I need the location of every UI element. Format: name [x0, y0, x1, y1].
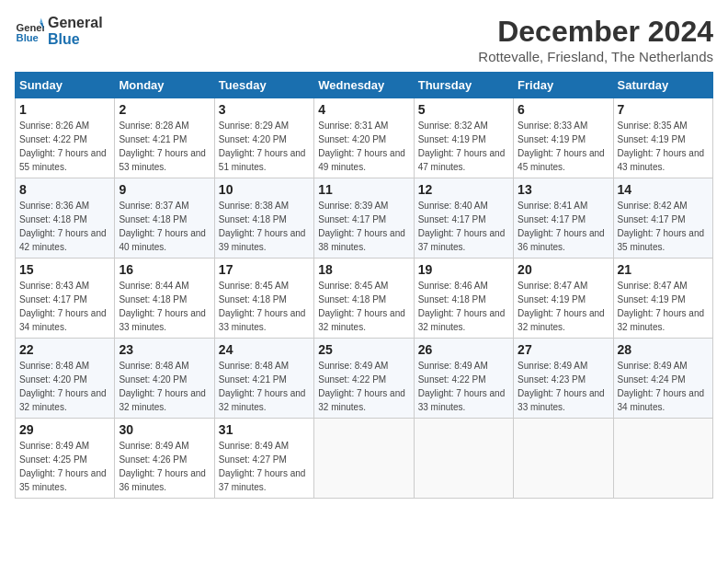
calendar-cell: 21 Sunrise: 8:47 AMSunset: 4:19 PMDaylig…	[613, 259, 712, 339]
day-number: 21	[618, 262, 709, 277]
day-number: 15	[19, 262, 110, 277]
day-info: Sunrise: 8:36 AMSunset: 4:18 PMDaylight:…	[19, 201, 107, 252]
day-number: 30	[119, 422, 210, 437]
day-number: 13	[518, 182, 609, 197]
day-number: 19	[418, 262, 509, 277]
day-number: 24	[219, 342, 310, 357]
calendar-week-row: 1 Sunrise: 8:26 AMSunset: 4:22 PMDayligh…	[16, 98, 713, 178]
col-saturday: Saturday	[613, 73, 712, 98]
day-info: Sunrise: 8:47 AMSunset: 4:19 PMDaylight:…	[518, 281, 605, 332]
calendar-cell: 8 Sunrise: 8:36 AMSunset: 4:18 PMDayligh…	[16, 178, 115, 259]
day-info: Sunrise: 8:44 AMSunset: 4:18 PMDaylight:…	[119, 281, 206, 332]
calendar-week-row: 29 Sunrise: 8:49 AMSunset: 4:25 PMDaylig…	[16, 419, 713, 499]
day-number: 6	[518, 102, 609, 117]
day-info: Sunrise: 8:45 AMSunset: 4:18 PMDaylight:…	[318, 281, 405, 332]
day-info: Sunrise: 8:49 AMSunset: 4:26 PMDaylight:…	[119, 441, 206, 492]
day-info: Sunrise: 8:49 AMSunset: 4:25 PMDaylight:…	[19, 441, 107, 492]
day-info: Sunrise: 8:39 AMSunset: 4:17 PMDaylight:…	[318, 201, 405, 252]
col-monday: Monday	[115, 73, 214, 98]
day-number: 5	[418, 102, 509, 117]
col-sunday: Sunday	[16, 73, 115, 98]
header-row: Sunday Monday Tuesday Wednesday Thursday…	[16, 73, 713, 98]
day-number: 18	[318, 262, 409, 277]
calendar-cell: 19 Sunrise: 8:46 AMSunset: 4:18 PMDaylig…	[414, 259, 513, 339]
calendar-cell: 29 Sunrise: 8:49 AMSunset: 4:25 PMDaylig…	[16, 419, 115, 499]
calendar-cell	[514, 419, 613, 499]
day-info: Sunrise: 8:48 AMSunset: 4:20 PMDaylight:…	[119, 361, 206, 412]
day-number: 23	[119, 342, 210, 357]
col-wednesday: Wednesday	[314, 73, 414, 98]
day-number: 28	[618, 342, 709, 357]
day-number: 8	[19, 182, 110, 197]
day-info: Sunrise: 8:43 AMSunset: 4:17 PMDaylight:…	[19, 281, 107, 332]
calendar-cell: 2 Sunrise: 8:28 AMSunset: 4:21 PMDayligh…	[115, 98, 214, 178]
calendar-cell: 20 Sunrise: 8:47 AMSunset: 4:19 PMDaylig…	[514, 259, 613, 339]
day-number: 16	[119, 262, 210, 277]
day-number: 3	[219, 102, 310, 117]
day-info: Sunrise: 8:28 AMSunset: 4:21 PMDaylight:…	[119, 121, 206, 172]
day-number: 10	[219, 182, 310, 197]
day-info: Sunrise: 8:49 AMSunset: 4:22 PMDaylight:…	[318, 361, 405, 412]
day-number: 17	[219, 262, 310, 277]
calendar-cell: 12 Sunrise: 8:40 AMSunset: 4:17 PMDaylig…	[414, 178, 513, 259]
day-info: Sunrise: 8:32 AMSunset: 4:19 PMDaylight:…	[418, 121, 506, 172]
calendar-cell: 4 Sunrise: 8:31 AMSunset: 4:20 PMDayligh…	[314, 98, 414, 178]
day-info: Sunrise: 8:48 AMSunset: 4:20 PMDaylight:…	[19, 361, 107, 412]
day-number: 14	[618, 182, 709, 197]
day-info: Sunrise: 8:31 AMSunset: 4:20 PMDaylight:…	[318, 121, 405, 172]
calendar-cell: 17 Sunrise: 8:45 AMSunset: 4:18 PMDaylig…	[214, 259, 313, 339]
location: Rottevalle, Friesland, The Netherlands	[478, 49, 713, 64]
day-info: Sunrise: 8:45 AMSunset: 4:18 PMDaylight:…	[219, 281, 306, 332]
day-info: Sunrise: 8:46 AMSunset: 4:18 PMDaylight:…	[418, 281, 506, 332]
day-info: Sunrise: 8:26 AMSunset: 4:22 PMDaylight:…	[19, 121, 107, 172]
calendar-cell: 1 Sunrise: 8:26 AMSunset: 4:22 PMDayligh…	[16, 98, 115, 178]
calendar-cell: 5 Sunrise: 8:32 AMSunset: 4:19 PMDayligh…	[414, 98, 513, 178]
calendar-cell: 14 Sunrise: 8:42 AMSunset: 4:17 PMDaylig…	[613, 178, 712, 259]
day-info: Sunrise: 8:41 AMSunset: 4:17 PMDaylight:…	[518, 201, 605, 252]
day-info: Sunrise: 8:33 AMSunset: 4:19 PMDaylight:…	[518, 121, 605, 172]
calendar-cell: 27 Sunrise: 8:49 AMSunset: 4:23 PMDaylig…	[514, 339, 613, 419]
calendar-cell: 30 Sunrise: 8:49 AMSunset: 4:26 PMDaylig…	[115, 419, 214, 499]
calendar-cell: 25 Sunrise: 8:49 AMSunset: 4:22 PMDaylig…	[314, 339, 414, 419]
logo-icon: General Blue	[15, 17, 44, 46]
title-block: December 2024 Rottevalle, Friesland, The…	[478, 15, 713, 64]
calendar-cell: 31 Sunrise: 8:49 AMSunset: 4:27 PMDaylig…	[214, 419, 313, 499]
calendar-cell: 22 Sunrise: 8:48 AMSunset: 4:20 PMDaylig…	[16, 339, 115, 419]
day-info: Sunrise: 8:35 AMSunset: 4:19 PMDaylight:…	[618, 121, 705, 172]
calendar-cell	[613, 419, 712, 499]
logo: General Blue General Blue	[15, 15, 103, 47]
day-number: 7	[618, 102, 709, 117]
day-number: 26	[418, 342, 509, 357]
calendar-cell: 11 Sunrise: 8:39 AMSunset: 4:17 PMDaylig…	[314, 178, 414, 259]
day-number: 4	[318, 102, 409, 117]
calendar-week-row: 15 Sunrise: 8:43 AMSunset: 4:17 PMDaylig…	[16, 259, 713, 339]
day-number: 31	[219, 422, 310, 437]
calendar-week-row: 22 Sunrise: 8:48 AMSunset: 4:20 PMDaylig…	[16, 339, 713, 419]
calendar-cell: 28 Sunrise: 8:49 AMSunset: 4:24 PMDaylig…	[613, 339, 712, 419]
calendar-header: Sunday Monday Tuesday Wednesday Thursday…	[16, 73, 713, 98]
calendar-cell: 16 Sunrise: 8:44 AMSunset: 4:18 PMDaylig…	[115, 259, 214, 339]
calendar-week-row: 8 Sunrise: 8:36 AMSunset: 4:18 PMDayligh…	[16, 178, 713, 259]
day-number: 29	[19, 422, 110, 437]
logo-text-blue: Blue	[48, 31, 103, 48]
day-number: 12	[418, 182, 509, 197]
calendar-table: Sunday Monday Tuesday Wednesday Thursday…	[15, 72, 713, 499]
day-number: 1	[19, 102, 110, 117]
calendar-cell	[314, 419, 414, 499]
svg-text:Blue: Blue	[17, 32, 39, 43]
calendar-cell: 26 Sunrise: 8:49 AMSunset: 4:22 PMDaylig…	[414, 339, 513, 419]
day-info: Sunrise: 8:49 AMSunset: 4:24 PMDaylight:…	[618, 361, 705, 412]
day-info: Sunrise: 8:49 AMSunset: 4:27 PMDaylight:…	[219, 441, 306, 492]
calendar-cell: 13 Sunrise: 8:41 AMSunset: 4:17 PMDaylig…	[514, 178, 613, 259]
calendar-body: 1 Sunrise: 8:26 AMSunset: 4:22 PMDayligh…	[16, 98, 713, 499]
day-number: 2	[119, 102, 210, 117]
calendar-cell: 23 Sunrise: 8:48 AMSunset: 4:20 PMDaylig…	[115, 339, 214, 419]
day-info: Sunrise: 8:42 AMSunset: 4:17 PMDaylight:…	[618, 201, 705, 252]
calendar-cell: 15 Sunrise: 8:43 AMSunset: 4:17 PMDaylig…	[16, 259, 115, 339]
calendar-cell: 3 Sunrise: 8:29 AMSunset: 4:20 PMDayligh…	[214, 98, 313, 178]
calendar-cell: 18 Sunrise: 8:45 AMSunset: 4:18 PMDaylig…	[314, 259, 414, 339]
calendar-cell: 24 Sunrise: 8:48 AMSunset: 4:21 PMDaylig…	[214, 339, 313, 419]
day-info: Sunrise: 8:38 AMSunset: 4:18 PMDaylight:…	[219, 201, 306, 252]
day-number: 20	[518, 262, 609, 277]
calendar-cell	[414, 419, 513, 499]
